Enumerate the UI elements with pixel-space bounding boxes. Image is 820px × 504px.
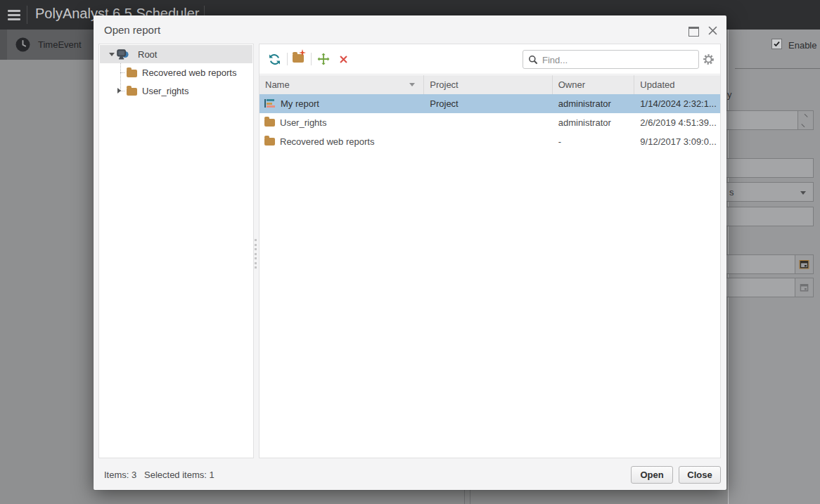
calendar-icon [799, 259, 809, 269]
toolbar-separator [287, 53, 288, 65]
table-row-recovered-web-reports[interactable]: Recovered web reports - 9/12/2017 3:09:0… [260, 132, 720, 151]
folder-icon [264, 119, 275, 127]
check-icon [773, 40, 781, 48]
tree-item-label: Recovered web reports [142, 67, 236, 78]
column-header-updated[interactable]: Updated [634, 75, 720, 94]
enable-checkbox[interactable] [771, 39, 782, 49]
column-label: Updated [640, 79, 674, 90]
dialog-toolbar [260, 44, 720, 75]
table-row-user-rights[interactable]: User_rights administrator 2/6/2019 4:51:… [260, 113, 720, 132]
close-icon[interactable] [708, 26, 717, 35]
cell-owner: - [558, 136, 561, 147]
folder-icon [127, 88, 137, 96]
close-button[interactable]: Close [679, 466, 721, 484]
report-list-panel: Name Project Owner Updated [259, 44, 721, 458]
header-divider [27, 6, 27, 24]
tree-item-recovered-web-reports[interactable]: Recovered web reports [100, 63, 252, 82]
date-picker-button[interactable] [795, 254, 814, 274]
folder-tree-panel: Root Recovered web reports User_rights [98, 44, 254, 458]
cell-updated: 2/6/2019 4:51:39... [640, 117, 716, 128]
cell-project: Project [430, 98, 458, 109]
background-text-field[interactable] [713, 207, 814, 226]
column-header-project[interactable]: Project [424, 75, 552, 94]
expand-arrow-icon[interactable] [117, 88, 121, 93]
search-icon [528, 55, 538, 65]
gear-icon[interactable] [703, 53, 715, 65]
panel-splitter[interactable] [255, 239, 257, 271]
cell-owner: administrator [558, 117, 611, 128]
column-header-name[interactable]: Name [260, 75, 424, 94]
column-label: Owner [558, 79, 585, 90]
enable-label: Enable [788, 40, 816, 51]
background-text-field[interactable] [713, 158, 814, 178]
background-spinner-field[interactable] [713, 110, 814, 130]
move-icon[interactable] [317, 53, 330, 65]
column-label: Project [430, 79, 458, 90]
table-header: Name Project Owner Updated [260, 75, 720, 95]
refresh-icon[interactable] [268, 53, 281, 66]
folder-icon [264, 138, 275, 146]
server-monitor-icon [117, 49, 129, 60]
background-cut-label: y [727, 89, 732, 100]
tree-item-root[interactable]: Root [100, 45, 252, 63]
spinner-up-button[interactable] [797, 111, 813, 121]
cell-name: My report [281, 98, 319, 109]
tab-label: TimeEvent [38, 39, 82, 50]
dialog-title: Open report [104, 24, 160, 36]
selected-count: Selected items: 1 [144, 470, 214, 480]
collapse-arrow-icon[interactable] [109, 53, 115, 56]
spinner-down-button[interactable] [797, 120, 813, 129]
column-label: Name [265, 79, 290, 90]
tree-item-label: User_rights [142, 86, 188, 96]
select-cut-value: s [729, 187, 734, 198]
column-header-owner[interactable]: Owner [553, 75, 635, 94]
background-select-field[interactable]: s [713, 182, 814, 202]
open-button[interactable]: Open [631, 466, 673, 484]
folder-icon [127, 70, 137, 77]
calendar-icon [799, 283, 809, 292]
tree-item-label: Root [138, 49, 157, 60]
cell-owner: administrator [558, 98, 611, 109]
delete-icon[interactable] [338, 53, 350, 65]
date-picker-button[interactable] [795, 278, 814, 297]
items-count: Items: 3 [104, 470, 136, 480]
find-box [523, 50, 699, 69]
clock-icon [15, 37, 30, 52]
tree-item-user-rights[interactable]: User_rights [100, 82, 252, 100]
chevron-up-icon [801, 114, 807, 120]
open-report-dialog: Open report Root Recovered web reports [94, 15, 726, 490]
cell-name: User_rights [280, 117, 326, 128]
menu-hamburger-icon[interactable] [8, 10, 20, 22]
chevron-down-icon [801, 121, 807, 127]
dialog-footer: Items: 3 Selected items: 1 Open Close [94, 458, 726, 490]
star-badge-icon [299, 49, 306, 56]
maximize-icon[interactable] [688, 27, 699, 37]
find-input[interactable] [541, 51, 695, 69]
new-folder-icon[interactable] [293, 54, 304, 63]
sort-desc-icon [409, 83, 415, 86]
background-divider-line [735, 68, 820, 69]
tab-timeevent[interactable]: TimeEvent [7, 30, 94, 60]
cell-updated: 1/14/2024 2:32:1... [640, 98, 716, 109]
cell-name: Recovered web reports [280, 136, 374, 147]
chevron-down-icon [800, 191, 806, 195]
table-row-my-report[interactable]: My report Project administrator 1/14/202… [260, 94, 720, 113]
report-icon [264, 99, 276, 108]
cell-updated: 9/12/2017 3:09:0... [640, 136, 716, 147]
toolbar-separator [311, 53, 312, 65]
